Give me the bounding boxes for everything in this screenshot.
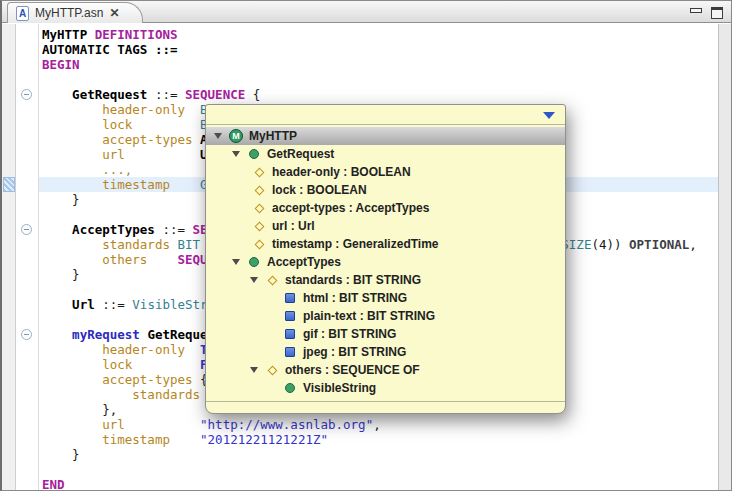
- code-token: ,: [373, 417, 381, 432]
- code-token: [132, 117, 200, 132]
- outline-tree-item[interactable]: Url: [206, 397, 565, 402]
- member-icon: [263, 367, 281, 374]
- code-token: url: [102, 417, 125, 432]
- editor-window: A MyHTTP.asn ✕ MyHTTP DEFINITIONSAUTOMAT…: [0, 0, 732, 491]
- outline-item-label: accept-types : AcceptTypes: [272, 201, 429, 215]
- outline-tree-item[interactable]: timestamp : GeneralizedTime: [206, 235, 565, 253]
- type-icon: [281, 383, 299, 393]
- member-icon-glyph: [254, 185, 264, 195]
- outline-item-label: VisibleString: [303, 381, 376, 395]
- outline-tree-item[interactable]: GetRequest: [206, 145, 565, 163]
- expander-triangle-icon[interactable]: [250, 277, 263, 283]
- outline-tree[interactable]: MMyHTTPGetRequestheader-only : BOOLEANlo…: [206, 125, 565, 402]
- fold-collapse-icon[interactable]: [21, 89, 32, 100]
- outline-filter-field[interactable]: [206, 105, 565, 125]
- code-token: OPTIONAL: [629, 237, 689, 252]
- code-token: [170, 432, 200, 447]
- tab-myhttp[interactable]: A MyHTTP.asn ✕: [7, 2, 143, 23]
- expander-triangle-icon[interactable]: [250, 367, 263, 373]
- outline-tree-item[interactable]: others : SEQUENCE OF: [206, 361, 565, 379]
- outline-tree-item[interactable]: standards : BIT STRING: [206, 271, 565, 289]
- code-token: ::=: [102, 297, 132, 312]
- member-icon-glyph: [254, 239, 264, 249]
- code-token: [42, 327, 72, 342]
- view-buttons: [690, 8, 723, 19]
- bit-icon: [281, 329, 299, 339]
- outline-tree-item[interactable]: html : BIT STRING: [206, 289, 565, 307]
- code-token: Url: [72, 297, 102, 312]
- outline-tree-item[interactable]: AcceptTypes: [206, 253, 565, 271]
- occurrence-marker-icon[interactable]: [3, 177, 15, 192]
- dropdown-menu-icon[interactable]: [543, 112, 555, 119]
- code-token: GetRequest: [72, 87, 155, 102]
- code-token: accept-types: [102, 132, 192, 147]
- outline-item-label: others : SEQUENCE OF: [285, 363, 420, 377]
- outline-item-label: gif : BIT STRING: [303, 327, 396, 341]
- code-line: AUTOMATIC TAGS ::=: [39, 42, 718, 57]
- outline-tree-item[interactable]: plain-text : BIT STRING: [206, 307, 565, 325]
- member-icon: [250, 169, 268, 176]
- outline-tree-item[interactable]: lock : BOOLEAN: [206, 181, 565, 199]
- bit-icon-glyph: [285, 329, 295, 339]
- outline-tree-item[interactable]: MMyHTTP: [206, 127, 565, 145]
- outline-tree-item[interactable]: header-only : BOOLEAN: [206, 163, 565, 181]
- code-token: [42, 387, 132, 402]
- type-icon: [245, 257, 263, 267]
- code-token: [42, 117, 102, 132]
- code-token: [185, 342, 200, 357]
- maximize-icon[interactable]: [711, 7, 723, 19]
- outline-item-label: timestamp : GeneralizedTime: [272, 237, 439, 251]
- bit-icon: [281, 347, 299, 357]
- overview-ruler[interactable]: [718, 24, 731, 490]
- member-icon-glyph: [254, 203, 264, 213]
- annotation-ruler[interactable]: [2, 24, 16, 490]
- expander-triangle-icon[interactable]: [232, 151, 245, 157]
- code-line: [39, 462, 718, 477]
- fold-collapse-icon[interactable]: [21, 329, 32, 340]
- code-token: ...,: [102, 162, 132, 177]
- code-token: [42, 132, 102, 147]
- type-icon-glyph: [249, 257, 259, 267]
- type-icon: [232, 401, 250, 402]
- code-token: standards: [102, 237, 177, 252]
- tab-bar: A MyHTTP.asn ✕: [2, 1, 731, 23]
- module-icon: M: [227, 129, 245, 143]
- code-token: accept-types: [102, 372, 200, 387]
- popup-resize-area[interactable]: [206, 402, 565, 412]
- code-token: AcceptTypes: [72, 222, 162, 237]
- outline-tree-item[interactable]: jpeg : BIT STRING: [206, 343, 565, 361]
- expander-triangle-icon[interactable]: [232, 259, 245, 265]
- asn-file-icon: A: [16, 6, 29, 21]
- code-token: SEQUENCE: [185, 87, 253, 102]
- minimize-icon[interactable]: [690, 8, 702, 13]
- outline-tree-item[interactable]: VisibleString: [206, 379, 565, 397]
- outline-item-label: standards : BIT STRING: [285, 273, 421, 287]
- member-icon-glyph: [267, 365, 277, 375]
- code-token: [125, 147, 200, 162]
- code-line: url "http://www.asnlab.org",: [39, 417, 718, 432]
- outline-item-label: Url: [254, 399, 271, 402]
- bit-icon-glyph: [285, 293, 295, 303]
- code-token: "http://www.asnlab.org": [200, 417, 373, 432]
- code-token: [42, 222, 72, 237]
- outline-tree-item[interactable]: accept-types : AcceptTypes: [206, 199, 565, 217]
- code-token: myRequest: [72, 327, 147, 342]
- code-token: [42, 357, 102, 372]
- code-token: },: [42, 402, 117, 417]
- code-token: [42, 252, 102, 267]
- close-icon[interactable]: ✕: [109, 7, 119, 19]
- code-token: [42, 417, 102, 432]
- outline-item-label: GetRequest: [267, 147, 334, 161]
- code-line: MyHTTP DEFINITIONS: [39, 27, 718, 42]
- fold-collapse-icon[interactable]: [21, 224, 32, 235]
- type-icon: [245, 149, 263, 159]
- outline-item-label: jpeg : BIT STRING: [303, 345, 406, 359]
- folding-margin[interactable]: [16, 24, 39, 490]
- type-icon-glyph: [249, 149, 259, 159]
- code-line: timestamp "20121221121221Z": [39, 432, 718, 447]
- expander-triangle-icon[interactable]: [214, 133, 227, 139]
- code-token: [42, 372, 102, 387]
- outline-tree-item[interactable]: gif : BIT STRING: [206, 325, 565, 343]
- outline-tree-item[interactable]: url : Url: [206, 217, 565, 235]
- member-icon: [250, 223, 268, 230]
